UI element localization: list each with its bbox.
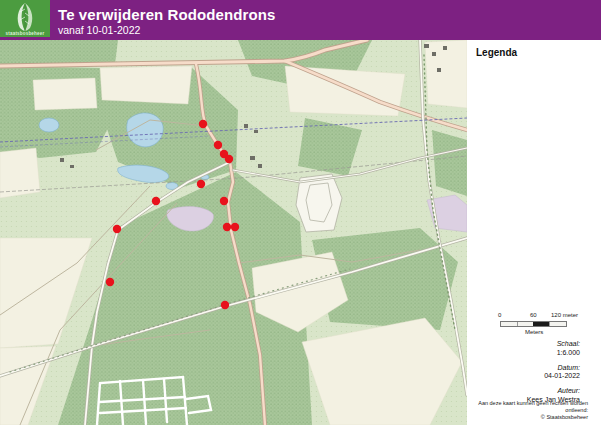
legend-panel: Legenda 0 60 120 meter Meters Schaal: 1:… (467, 40, 601, 425)
rhododendron-marker (152, 197, 160, 205)
scale-bar-graphic (500, 321, 567, 327)
scale-segment (549, 322, 566, 326)
date-label: Datum: (527, 364, 580, 373)
rhododendron-marker (106, 278, 114, 286)
disclaimer-line2: © Staatsbosbeheer (467, 414, 588, 421)
rhododendron-marker (231, 223, 239, 231)
page-subtitle: vanaf 10-01-2022 (58, 24, 140, 36)
staatsbosbeheer-logo: staatsbosbeheer (0, 0, 50, 37)
map-canvas[interactable] (0, 40, 467, 425)
scale-value: 1:6.000 (527, 349, 580, 358)
scale-segment (533, 322, 549, 326)
scale-label: Schaal: (527, 340, 580, 349)
disclaimer-line1: Aan deze kaart kunnen geen rechten worde… (467, 400, 588, 414)
disclaimer: Aan deze kaart kunnen geen rechten worde… (467, 400, 588, 421)
scale-segment (501, 322, 518, 326)
scale-tick-120: 120 meter (551, 312, 578, 318)
rhododendron-marker (113, 225, 121, 233)
legend-heading: Legenda (476, 47, 517, 58)
author-label: Auteur: (527, 387, 580, 396)
rhododendron-marker (223, 223, 231, 231)
scale-tick-60: 60 (530, 312, 537, 318)
rhododendron-marker (214, 141, 222, 149)
rhododendron-marker (199, 120, 207, 128)
page-title: Te verwijderen Rododendrons (58, 6, 275, 23)
logo-wordmark: staatsbosbeheer (0, 31, 50, 36)
scale-unit-label: Meters (525, 329, 543, 335)
rhododendron-marker (220, 197, 228, 205)
date-value: 04-01-2022 (527, 372, 580, 381)
rhododendron-marker (197, 180, 205, 188)
scale-segment (518, 322, 534, 326)
scale-tick-0: 0 (498, 312, 501, 318)
rhododendron-marker (225, 155, 233, 163)
rhododendron-marker (221, 301, 229, 309)
header-bar: staatsbosbeheer Te verwijderen Rododendr… (0, 0, 601, 40)
